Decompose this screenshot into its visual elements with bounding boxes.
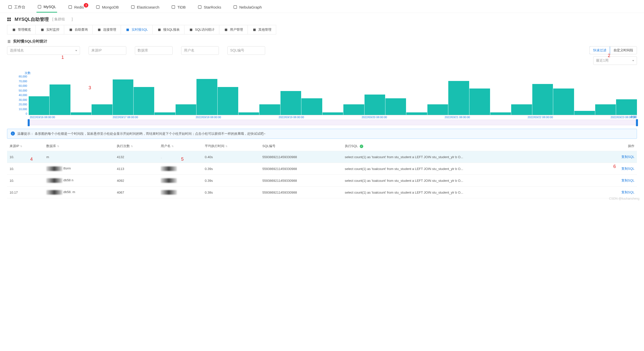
sub-tab-连接管理[interactable]: 连接管理: [93, 25, 121, 34]
svg-rect-14: [69, 28, 72, 31]
bar[interactable]: [385, 98, 406, 115]
col-1[interactable]: 数据库⇅: [44, 141, 114, 151]
col-4[interactable]: 平均执行时间⇅: [202, 141, 260, 151]
table-row[interactable]: 10.17 db58. m40670.38s559386921145933098…: [7, 187, 637, 198]
sqlno-input[interactable]: SQL编号: [227, 46, 265, 55]
top-tab-mongodb[interactable]: MongoDB: [95, 3, 120, 12]
bar[interactable]: [71, 112, 91, 115]
user-icon: [224, 28, 228, 32]
brush-handle-right[interactable]: [636, 119, 638, 126]
bar[interactable]: [50, 84, 70, 115]
top-tab-label: 工作台: [14, 5, 25, 10]
bar[interactable]: [259, 104, 280, 115]
bar[interactable]: [323, 112, 343, 115]
custom-range-button[interactable]: 自定义时间段: [610, 47, 637, 54]
top-tab-starrocks[interactable]: StarRocks: [197, 3, 222, 12]
col-0[interactable]: 来源IP⇅: [7, 141, 44, 151]
time-brush[interactable]: [29, 120, 637, 125]
annotation-1: 1: [61, 55, 64, 60]
bar[interactable]: [196, 79, 217, 115]
bar[interactable]: [448, 81, 469, 115]
bar[interactable]: [218, 87, 238, 115]
top-tab-工作台[interactable]: 工作台: [7, 2, 26, 13]
bar[interactable]: [406, 112, 427, 115]
bar[interactable]: [301, 98, 322, 115]
top-tab-redis[interactable]: Redis3: [67, 3, 85, 12]
table-body: 10.m4132,0.40s5593869211459330988select …: [7, 151, 637, 198]
y-axis: 80,00070,00060,00050,00040,00030,00020,0…: [7, 75, 29, 115]
source-ip-input[interactable]: 来源IP: [89, 46, 126, 55]
bar[interactable]: [29, 96, 49, 115]
bar[interactable]: [616, 99, 637, 115]
bar[interactable]: [113, 79, 133, 115]
table-row[interactable]: 10.m4132,0.40s5593869211459330988select …: [7, 151, 637, 163]
user-placeholder: 用户名: [184, 48, 194, 53]
bar[interactable]: [176, 104, 196, 115]
cell: 5593869211459330988: [260, 175, 342, 187]
bar[interactable]: [595, 104, 616, 115]
sub-tab-实时慢SQL[interactable]: 实时慢SQL: [121, 25, 153, 34]
copy-sql-link[interactable]: 复制SQL: [621, 155, 634, 159]
bar[interactable]: [469, 89, 490, 115]
bar[interactable]: [365, 95, 385, 115]
db-icon: [69, 28, 73, 32]
cell: [158, 187, 202, 198]
bar[interactable]: [343, 104, 364, 115]
bar[interactable]: [490, 112, 511, 115]
bars-area[interactable]: [29, 75, 637, 115]
copy-sql-link[interactable]: 复制SQL: [621, 190, 634, 194]
sub-tabs: 管理概览实时监控自助查询连接管理实时慢SQL慢SQL报表SQL访问统计用户管理其…: [7, 25, 276, 34]
y-tick: 70,000: [19, 80, 27, 83]
cell: select count(1) as 'toalcount' from stu_…: [342, 163, 599, 175]
top-tab-elasticsearch[interactable]: Elasticsearch: [130, 3, 160, 12]
copy-sql-link[interactable]: 复制SQL: [621, 167, 634, 170]
top-tab-tidb[interactable]: TiDB: [170, 3, 187, 12]
bar[interactable]: [92, 104, 112, 115]
cell: 5593869211459330988: [260, 163, 342, 175]
y-tick: 80,000: [19, 75, 27, 78]
database-input[interactable]: 数据库: [135, 46, 173, 55]
bar[interactable]: [553, 89, 574, 115]
table-row[interactable]: 10. db58 n40920.39s5593869211459330988se…: [7, 175, 637, 187]
username-input[interactable]: 用户名: [181, 46, 219, 55]
top-tab-nebulagraph[interactable]: NebulaGraph: [232, 3, 263, 12]
bar[interactable]: [154, 112, 175, 115]
bar[interactable]: [574, 111, 595, 115]
redacted: [161, 166, 177, 171]
sub-tab-SQL访问统计[interactable]: SQL访问统计: [184, 25, 219, 34]
sub-tab-label: 实时监控: [46, 27, 59, 32]
svg-rect-11: [9, 20, 11, 21]
bar[interactable]: [511, 104, 532, 115]
copy-sql-link[interactable]: 复制SQL: [621, 179, 634, 182]
period-select[interactable]: 最近1周: [593, 56, 637, 65]
col-3[interactable]: 用户名⇅: [158, 141, 202, 151]
bar[interactable]: [280, 91, 301, 115]
cell: 4092: [114, 175, 158, 187]
domain-select[interactable]: 选择域名: [7, 46, 80, 55]
sub-tab-管理概览[interactable]: 管理概览: [7, 25, 36, 34]
sub-tab-其他管理[interactable]: 其他管理: [248, 25, 276, 34]
sub-tab-实时监控[interactable]: 实时监控: [36, 25, 64, 34]
brush-handle-left[interactable]: [28, 119, 30, 126]
table-header-row: 来源IP⇅数据库⇅执行次数⇅用户名⇅平均执行时间⇅SQL编号执行SQL ✓操作: [7, 141, 637, 151]
table-row[interactable]: 10. tform41130.39s5593869211459330988sel…: [7, 163, 637, 175]
sub-tab-自助查询[interactable]: 自助查询: [64, 25, 93, 34]
svg-rect-19: [225, 28, 227, 31]
col-6: 执行SQL ✓: [342, 141, 599, 151]
bar[interactable]: [427, 104, 448, 115]
svg-rect-7: [234, 6, 237, 9]
sub-tab-用户管理[interactable]: 用户管理: [219, 25, 248, 34]
sub-tab-慢SQL报表[interactable]: 慢SQL报表: [153, 25, 184, 34]
bar[interactable]: [238, 112, 259, 115]
col-2[interactable]: 执行次数⇅: [114, 141, 158, 151]
annotation-4: 4: [30, 157, 33, 162]
bar[interactable]: [134, 87, 154, 115]
x-axis: 2022/03/16 08:00:002022/03/17 08:00:0020…: [29, 116, 637, 119]
sqlno-placeholder: SQL编号: [230, 48, 244, 53]
top-tab-mysql[interactable]: MySQL: [36, 2, 57, 13]
svg-rect-12: [13, 28, 15, 31]
sub-tab-label: 自助查询: [75, 27, 88, 32]
quick-filter-button[interactable]: 快速过滤: [589, 46, 610, 54]
bar[interactable]: [532, 84, 553, 115]
cell: 10.: [7, 151, 44, 163]
